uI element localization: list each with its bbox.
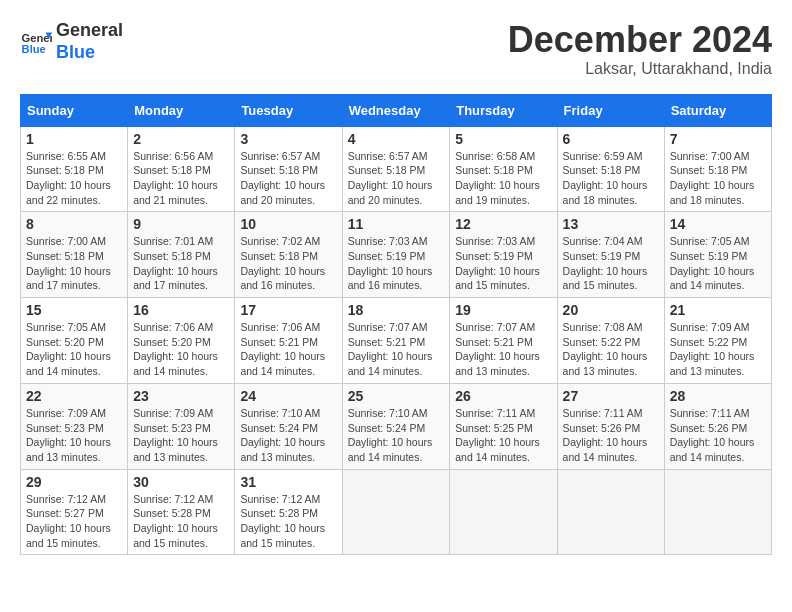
day-number: 27: [563, 388, 659, 404]
day-info: Sunrise: 7:07 AM Sunset: 5:21 PM Dayligh…: [348, 320, 445, 379]
sunset-label: Sunset: 5:18 PM: [133, 164, 211, 176]
day-info: Sunrise: 7:06 AM Sunset: 5:21 PM Dayligh…: [240, 320, 336, 379]
daylight-label: Daylight: 10 hours and 15 minutes.: [240, 522, 325, 549]
day-info: Sunrise: 6:57 AM Sunset: 5:18 PM Dayligh…: [240, 149, 336, 208]
day-info: Sunrise: 7:03 AM Sunset: 5:19 PM Dayligh…: [348, 234, 445, 293]
logo-icon: General Blue: [20, 26, 52, 58]
calendar-day-cell: 3 Sunrise: 6:57 AM Sunset: 5:18 PM Dayli…: [235, 126, 342, 212]
day-info: Sunrise: 7:10 AM Sunset: 5:24 PM Dayligh…: [240, 406, 336, 465]
calendar-day-cell: 24 Sunrise: 7:10 AM Sunset: 5:24 PM Dayl…: [235, 383, 342, 469]
sunset-label: Sunset: 5:20 PM: [26, 336, 104, 348]
sunrise-label: Sunrise: 6:56 AM: [133, 150, 213, 162]
daylight-label: Daylight: 10 hours and 18 minutes.: [563, 179, 648, 206]
daylight-label: Daylight: 10 hours and 14 minutes.: [455, 436, 540, 463]
calendar-week-row: 29 Sunrise: 7:12 AM Sunset: 5:27 PM Dayl…: [21, 469, 772, 555]
calendar-day-cell: 19 Sunrise: 7:07 AM Sunset: 5:21 PM Dayl…: [450, 298, 557, 384]
sunrise-label: Sunrise: 7:11 AM: [455, 407, 535, 419]
day-info: Sunrise: 7:06 AM Sunset: 5:20 PM Dayligh…: [133, 320, 229, 379]
daylight-label: Daylight: 10 hours and 20 minutes.: [348, 179, 433, 206]
daylight-label: Daylight: 10 hours and 13 minutes.: [670, 350, 755, 377]
sunrise-label: Sunrise: 7:04 AM: [563, 235, 643, 247]
sunrise-label: Sunrise: 6:55 AM: [26, 150, 106, 162]
calendar-day-cell: 18 Sunrise: 7:07 AM Sunset: 5:21 PM Dayl…: [342, 298, 450, 384]
calendar-day-cell: 8 Sunrise: 7:00 AM Sunset: 5:18 PM Dayli…: [21, 212, 128, 298]
daylight-label: Daylight: 10 hours and 17 minutes.: [26, 265, 111, 292]
day-info: Sunrise: 7:12 AM Sunset: 5:28 PM Dayligh…: [133, 492, 229, 551]
day-info: Sunrise: 6:58 AM Sunset: 5:18 PM Dayligh…: [455, 149, 551, 208]
calendar-day-cell: 2 Sunrise: 6:56 AM Sunset: 5:18 PM Dayli…: [128, 126, 235, 212]
daylight-label: Daylight: 10 hours and 16 minutes.: [348, 265, 433, 292]
sunset-label: Sunset: 5:22 PM: [670, 336, 748, 348]
sunset-label: Sunset: 5:23 PM: [133, 422, 211, 434]
daylight-label: Daylight: 10 hours and 13 minutes.: [240, 436, 325, 463]
day-number: 7: [670, 131, 766, 147]
day-info: Sunrise: 7:09 AM Sunset: 5:23 PM Dayligh…: [133, 406, 229, 465]
empty-cell: [450, 469, 557, 555]
day-number: 8: [26, 216, 122, 232]
day-number: 17: [240, 302, 336, 318]
sunrise-label: Sunrise: 7:12 AM: [240, 493, 320, 505]
daylight-label: Daylight: 10 hours and 14 minutes.: [670, 265, 755, 292]
daylight-label: Daylight: 10 hours and 13 minutes.: [455, 350, 540, 377]
day-number: 14: [670, 216, 766, 232]
calendar-day-cell: 9 Sunrise: 7:01 AM Sunset: 5:18 PM Dayli…: [128, 212, 235, 298]
day-info: Sunrise: 7:00 AM Sunset: 5:18 PM Dayligh…: [670, 149, 766, 208]
calendar-day-cell: 7 Sunrise: 7:00 AM Sunset: 5:18 PM Dayli…: [664, 126, 771, 212]
day-number: 26: [455, 388, 551, 404]
sunset-label: Sunset: 5:18 PM: [26, 250, 104, 262]
day-info: Sunrise: 7:05 AM Sunset: 5:19 PM Dayligh…: [670, 234, 766, 293]
calendar-day-cell: 17 Sunrise: 7:06 AM Sunset: 5:21 PM Dayl…: [235, 298, 342, 384]
calendar-day-cell: 13 Sunrise: 7:04 AM Sunset: 5:19 PM Dayl…: [557, 212, 664, 298]
sunset-label: Sunset: 5:19 PM: [348, 250, 426, 262]
sunset-label: Sunset: 5:27 PM: [26, 507, 104, 519]
day-info: Sunrise: 7:04 AM Sunset: 5:19 PM Dayligh…: [563, 234, 659, 293]
calendar-day-cell: 22 Sunrise: 7:09 AM Sunset: 5:23 PM Dayl…: [21, 383, 128, 469]
calendar-table: Sunday Monday Tuesday Wednesday Thursday…: [20, 94, 772, 556]
day-info: Sunrise: 7:05 AM Sunset: 5:20 PM Dayligh…: [26, 320, 122, 379]
logo-blue: Blue: [56, 42, 95, 62]
day-info: Sunrise: 6:56 AM Sunset: 5:18 PM Dayligh…: [133, 149, 229, 208]
daylight-label: Daylight: 10 hours and 17 minutes.: [133, 265, 218, 292]
sunrise-label: Sunrise: 7:08 AM: [563, 321, 643, 333]
calendar-day-cell: 6 Sunrise: 6:59 AM Sunset: 5:18 PM Dayli…: [557, 126, 664, 212]
sunrise-label: Sunrise: 7:05 AM: [26, 321, 106, 333]
day-number: 6: [563, 131, 659, 147]
sunrise-label: Sunrise: 6:59 AM: [563, 150, 643, 162]
day-info: Sunrise: 7:08 AM Sunset: 5:22 PM Dayligh…: [563, 320, 659, 379]
day-number: 3: [240, 131, 336, 147]
daylight-label: Daylight: 10 hours and 14 minutes.: [133, 350, 218, 377]
sunrise-label: Sunrise: 7:00 AM: [670, 150, 750, 162]
day-number: 2: [133, 131, 229, 147]
day-number: 12: [455, 216, 551, 232]
daylight-label: Daylight: 10 hours and 13 minutes.: [133, 436, 218, 463]
day-number: 13: [563, 216, 659, 232]
sunset-label: Sunset: 5:18 PM: [240, 164, 318, 176]
sunrise-label: Sunrise: 7:09 AM: [670, 321, 750, 333]
day-number: 4: [348, 131, 445, 147]
daylight-label: Daylight: 10 hours and 13 minutes.: [563, 350, 648, 377]
sunset-label: Sunset: 5:23 PM: [26, 422, 104, 434]
day-number: 22: [26, 388, 122, 404]
sunset-label: Sunset: 5:18 PM: [348, 164, 426, 176]
day-number: 21: [670, 302, 766, 318]
sunrise-label: Sunrise: 7:12 AM: [133, 493, 213, 505]
svg-text:Blue: Blue: [22, 43, 46, 55]
sunset-label: Sunset: 5:19 PM: [670, 250, 748, 262]
calendar-day-cell: 12 Sunrise: 7:03 AM Sunset: 5:19 PM Dayl…: [450, 212, 557, 298]
daylight-label: Daylight: 10 hours and 13 minutes.: [26, 436, 111, 463]
sunset-label: Sunset: 5:18 PM: [563, 164, 641, 176]
daylight-label: Daylight: 10 hours and 14 minutes.: [348, 436, 433, 463]
sunset-label: Sunset: 5:22 PM: [563, 336, 641, 348]
sunset-label: Sunset: 5:28 PM: [133, 507, 211, 519]
day-info: Sunrise: 6:55 AM Sunset: 5:18 PM Dayligh…: [26, 149, 122, 208]
day-info: Sunrise: 7:10 AM Sunset: 5:24 PM Dayligh…: [348, 406, 445, 465]
title-block: December 2024 Laksar, Uttarakhand, India: [508, 20, 772, 78]
sunrise-label: Sunrise: 7:05 AM: [670, 235, 750, 247]
calendar-day-cell: 30 Sunrise: 7:12 AM Sunset: 5:28 PM Dayl…: [128, 469, 235, 555]
day-number: 15: [26, 302, 122, 318]
day-number: 20: [563, 302, 659, 318]
location-subtitle: Laksar, Uttarakhand, India: [508, 60, 772, 78]
col-thursday: Thursday: [450, 94, 557, 126]
day-info: Sunrise: 6:59 AM Sunset: 5:18 PM Dayligh…: [563, 149, 659, 208]
calendar-day-cell: 15 Sunrise: 7:05 AM Sunset: 5:20 PM Dayl…: [21, 298, 128, 384]
